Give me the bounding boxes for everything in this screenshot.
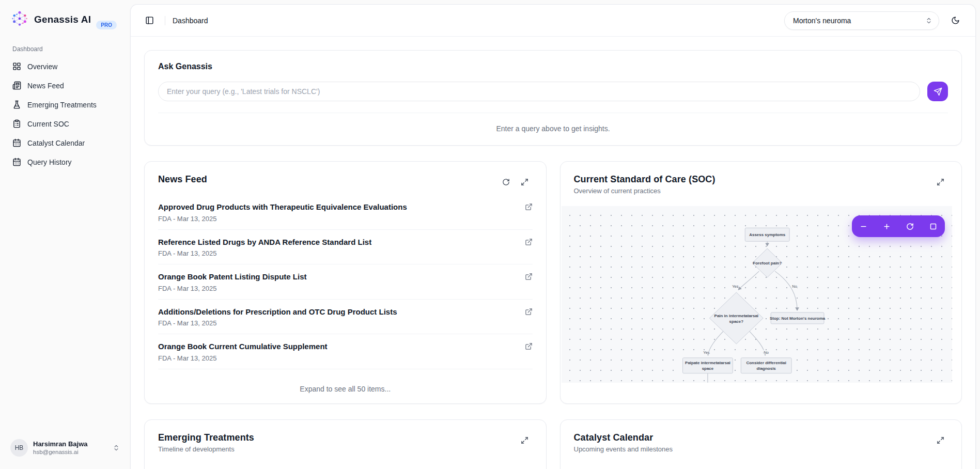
indication-select[interactable]: Morton's neuroma <box>784 11 939 30</box>
svg-text:Forefoot pain?: Forefoot pain? <box>753 261 782 265</box>
brand: Genassis AI PRO <box>6 7 124 30</box>
reset-view-button[interactable] <box>901 217 919 235</box>
catalyst-calendar-subtitle: Upcoming events and milestones <box>574 445 933 453</box>
external-link-icon[interactable] <box>525 308 533 316</box>
edge-label-yes: Yes <box>732 284 738 289</box>
breadcrumb: Dashboard <box>173 17 208 25</box>
sidebar-nav: Overview News Feed Emerging Treatments C… <box>6 58 124 170</box>
svg-text:Pain in intermetatarsal: Pain in intermetatarsal <box>714 314 758 318</box>
user-menu-button[interactable]: HB Harsimran Bajwa hsb@genassis.ai <box>6 435 124 461</box>
minus-icon <box>860 223 867 230</box>
catalyst-calendar-title: Catalyst Calendar <box>574 432 933 443</box>
edge-label-no: No <box>792 284 797 289</box>
sidebar-item-catalyst-calendar[interactable]: Catalyst Calendar <box>6 134 124 151</box>
news-item-title: Additions/Deletions for Prescription and… <box>158 307 518 317</box>
dashboard-content: Ask Genassis Enter a query above to get … <box>131 37 975 469</box>
news-item[interactable]: Orange Book Current Cumulative Supplemen… <box>158 334 533 369</box>
news-item[interactable]: Approved Drug Products with Therapeutic … <box>158 195 533 230</box>
panel-left-icon <box>145 16 154 25</box>
sidebar-item-current-soc[interactable]: Current SOC <box>6 115 124 132</box>
sidebar-item-news-feed[interactable]: News Feed <box>6 77 124 94</box>
flowchart-node-assess-symptoms[interactable]: Assess symptoms <box>745 228 789 241</box>
layout-grid-icon <box>12 62 21 71</box>
flowchart-controls <box>852 215 945 237</box>
ask-genassis-title: Ask Genassis <box>158 62 948 71</box>
theme-toggle-button[interactable] <box>945 11 965 30</box>
sidebar-item-label: Catalyst Calendar <box>27 139 85 147</box>
send-query-button[interactable] <box>927 82 948 101</box>
sidebar-item-query-history[interactable]: Query History <box>6 153 124 170</box>
news-expand-button[interactable] <box>517 174 533 190</box>
sidebar-toggle-button[interactable] <box>141 12 158 29</box>
edge-label-no: No <box>764 350 769 355</box>
emerging-expand-button[interactable] <box>517 432 533 448</box>
avatar: HB <box>10 439 28 457</box>
chevrons-up-down-icon <box>925 17 932 24</box>
news-item[interactable]: Reference Listed Drugs by ANDA Reference… <box>158 230 533 265</box>
soc-title: Current Standard of Care (SOC) <box>574 174 933 185</box>
sidebar-item-emerging-treatments[interactable]: Emerging Treatments <box>6 96 124 113</box>
news-item-source: FDA - Mar 13, 2025 <box>158 285 518 292</box>
newspaper-icon <box>12 81 21 90</box>
sidebar-item-overview[interactable]: Overview <box>6 58 124 75</box>
user-name: Harsimran Bajwa <box>33 440 107 448</box>
catalyst-calendar-card: Catalyst Calendar Upcoming events and mi… <box>560 419 962 469</box>
topbar-divider <box>165 16 165 25</box>
rotate-cw-icon <box>906 223 914 230</box>
external-link-icon[interactable] <box>525 203 533 211</box>
sidebar-item-label: Query History <box>27 158 72 166</box>
ask-input-row <box>158 82 948 101</box>
news-item-source: FDA - Mar 13, 2025 <box>158 354 518 362</box>
sidebar: Genassis AI PRO Dashboard Overview News … <box>0 0 130 469</box>
svg-text:Stop: Not Morton's neuroma: Stop: Not Morton's neuroma <box>769 316 825 321</box>
edge-label-yes: Yes <box>703 350 709 355</box>
news-refresh-button[interactable] <box>499 174 514 190</box>
news-list: Approved Drug Products with Therapeutic … <box>145 195 546 374</box>
external-link-icon[interactable] <box>525 238 533 246</box>
news-item-source: FDA - Mar 13, 2025 <box>158 319 518 327</box>
main-panel: Dashboard Morton's neuroma Ask Genassis <box>130 4 976 469</box>
news-item-title: Orange Book Current Cumulative Supplemen… <box>158 341 518 352</box>
maximize-icon <box>937 436 944 444</box>
user-email: hsb@genassis.ai <box>33 448 107 456</box>
chevrons-up-down-icon <box>113 444 120 451</box>
current-soc-card: Current Standard of Care (SOC) Overview … <box>560 161 962 404</box>
news-expand-all[interactable]: Expand to see all 50 items... <box>145 374 546 403</box>
svg-text:Palpate intermetatarsal: Palpate intermetatarsal <box>685 361 730 365</box>
maximize-icon <box>521 436 528 444</box>
zoom-in-button[interactable] <box>878 217 896 235</box>
clipboard-icon <box>12 119 21 128</box>
query-input[interactable] <box>158 82 920 101</box>
sidebar-item-label: News Feed <box>27 82 64 90</box>
external-link-icon[interactable] <box>525 342 533 350</box>
flowchart-node-stop-not-mortons[interactable]: Stop: Not Morton's neuroma <box>769 312 825 324</box>
plus-icon <box>883 223 891 230</box>
flowchart-node-intermetatarsal-pain[interactable]: Pain in intermetatarsal space? <box>709 292 763 344</box>
sidebar-footer: HB Harsimran Bajwa hsb@genassis.ai <box>6 435 124 461</box>
zoom-out-button[interactable] <box>855 217 873 235</box>
catalyst-expand-button[interactable] <box>932 432 948 448</box>
svg-text:Assess symptoms: Assess symptoms <box>749 232 786 237</box>
news-feed-card: News Feed <box>144 161 547 404</box>
soc-subtitle: Overview of current practices <box>574 187 933 195</box>
svg-text:space: space <box>702 366 713 371</box>
fit-view-button[interactable] <box>925 217 942 235</box>
emerging-treatments-subtitle: Timeline of developments <box>158 445 517 453</box>
soc-flowchart-canvas[interactable]: Yes No Yes No Assess symptoms Forefoot p… <box>562 206 953 383</box>
flowchart-node-differential-diagnosis[interactable]: Consider differential diagnosis <box>741 358 791 373</box>
calendar-icon <box>12 158 21 166</box>
news-item[interactable]: Orange Book Patent Listing Dispute List … <box>158 264 533 300</box>
send-icon <box>934 87 942 96</box>
sidebar-section-label: Dashboard <box>6 45 124 53</box>
news-item[interactable]: Additions/Deletions for Prescription and… <box>158 300 533 335</box>
news-item-title: Reference Listed Drugs by ANDA Reference… <box>158 237 518 247</box>
flask-icon <box>12 100 21 109</box>
moon-icon <box>951 16 960 25</box>
soc-expand-button[interactable] <box>932 174 948 190</box>
calendar-icon <box>12 138 21 147</box>
external-link-icon[interactable] <box>525 273 533 280</box>
flowchart-node-palpate-space[interactable]: Palpate intermetatarsal space <box>682 358 733 373</box>
sidebar-item-label: Current SOC <box>27 120 69 128</box>
brand-name: Genassis AI <box>34 14 91 25</box>
maximize-icon <box>937 178 944 186</box>
